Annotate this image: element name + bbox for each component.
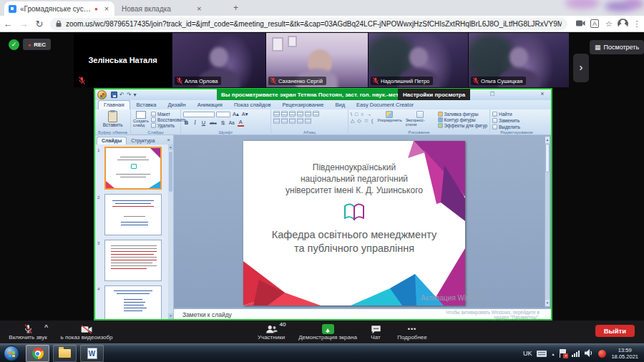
browser-avatar[interactable] — [618, 19, 628, 29]
keyboard-icon[interactable] — [537, 351, 547, 357]
quick-styles-button[interactable]: Экспресс-стили — [406, 111, 434, 128]
columns-icon[interactable] — [305, 118, 311, 124]
save-icon[interactable] — [111, 92, 117, 98]
italic-button[interactable]: I — [192, 119, 198, 126]
find-button[interactable]: Найти — [492, 111, 541, 117]
chat-button[interactable]: Чат — [364, 323, 388, 341]
view-options-button[interactable]: ▦ Посмотреть — [590, 40, 644, 54]
justify-icon[interactable] — [297, 118, 303, 124]
camera-permission-icon[interactable] — [573, 19, 587, 28]
action-center-flag-icon[interactable]: × — [559, 349, 567, 358]
panel-close-icon[interactable]: × — [167, 137, 170, 143]
scroll-down-icon[interactable]: ▼ — [168, 313, 173, 319]
align-left-icon[interactable] — [273, 118, 280, 124]
antivirus-tray-icon[interactable] — [598, 350, 606, 358]
ribbon-tab-home[interactable]: Главная — [98, 100, 130, 109]
audio-options-chevron-icon[interactable]: ^ — [44, 323, 48, 331]
shadow-button[interactable]: S — [220, 119, 226, 126]
browser-tab-meeting[interactable]: «Громадянське суспільство ● × — [4, 1, 114, 16]
bullets-icon[interactable] — [273, 111, 280, 117]
shape-effects-button[interactable]: Эффекты для фигур — [438, 122, 487, 128]
share-screen-button[interactable]: Демонстрация экрана — [295, 323, 361, 341]
start-video-button[interactable]: ь показ видеоизобр — [54, 323, 119, 341]
qat-caret-icon[interactable]: ▾ — [133, 92, 136, 98]
tab-close-icon[interactable]: × — [104, 4, 109, 13]
shrink-font-button[interactable]: A▾ — [241, 111, 249, 117]
speaker-icon[interactable] — [585, 347, 593, 360]
shape-outline-button[interactable]: Контур фигуры — [438, 117, 487, 122]
back-icon[interactable]: ← — [0, 19, 16, 29]
taskbar-chrome-button[interactable] — [26, 345, 49, 362]
undo-icon[interactable]: ↶ — [119, 92, 125, 98]
panel-tab-outline[interactable]: Структура — [127, 137, 159, 145]
slide-scrollbar[interactable]: ▲ ▼ — [545, 136, 550, 307]
align-center-icon[interactable] — [281, 118, 288, 124]
view-settings-button[interactable]: Настройки просмотра — [398, 89, 470, 100]
select-button[interactable]: Выделить — [492, 124, 541, 130]
ribbon-tab-insert[interactable]: Вставка — [132, 101, 162, 109]
browser-menu-icon[interactable]: ⋮ — [630, 19, 644, 29]
ribbon-tab-animation[interactable]: Анимация — [192, 101, 228, 109]
line-spacing-icon[interactable] — [305, 111, 311, 117]
new-tab-button[interactable]: + — [230, 3, 241, 14]
grow-font-button[interactable]: A▴ — [232, 111, 240, 117]
panel-scrollbar[interactable]: ▲ ▼ — [168, 145, 173, 319]
ribbon-tab-review[interactable]: Рецензирование — [278, 101, 329, 109]
font-color-button[interactable]: A — [238, 119, 244, 127]
participants-button[interactable]: 40 Участники — [252, 323, 291, 341]
increase-indent-icon[interactable] — [297, 111, 303, 117]
panel-tab-slides[interactable]: Слайды — [97, 137, 127, 145]
security-shield-icon[interactable]: ✓ — [9, 39, 19, 50]
language-indicator[interactable]: UK — [523, 350, 532, 357]
translate-icon[interactable]: A — [590, 19, 599, 28]
ribbon-tab-view[interactable]: Вид — [330, 101, 350, 109]
change-case-button[interactable]: Aa — [228, 120, 235, 125]
font-name-box[interactable] — [183, 112, 215, 117]
decrease-indent-icon[interactable] — [289, 111, 296, 117]
arrange-button[interactable]: Упорядочить — [377, 111, 402, 128]
next-videos-button[interactable]: › — [573, 54, 589, 82]
browser-tab-newtab[interactable]: Новая вкладка × — [117, 1, 223, 16]
scrollbar-thumb[interactable] — [169, 152, 172, 192]
notes-pane[interactable]: Заметки к слайду Чтобы активировать Wind… — [174, 308, 551, 319]
unmute-button[interactable]: Включить звук — [6, 323, 50, 341]
slide-thumbnail-3[interactable] — [104, 240, 162, 281]
slide-thumbnail-4[interactable] — [104, 285, 162, 319]
close-button[interactable]: × — [537, 90, 548, 99]
slide-thumbnail-2[interactable] — [104, 194, 162, 235]
reload-icon[interactable]: ↻ — [31, 19, 47, 29]
network-signal-icon[interactable] — [572, 350, 580, 357]
shapes-row[interactable]: △ ◇ ☆ ( — [351, 117, 374, 124]
taskbar-word-button[interactable]: W — [80, 345, 104, 362]
redo-icon[interactable]: ↷ — [127, 92, 132, 98]
scrollbar-thumb[interactable] — [545, 144, 550, 172]
text-direction-icon[interactable] — [313, 111, 319, 117]
replace-button[interactable]: Заменить — [492, 117, 541, 124]
paste-button[interactable]: Вставить — [97, 111, 128, 127]
scroll-up-icon[interactable]: ▲ — [168, 145, 173, 150]
numbering-icon[interactable] — [281, 111, 288, 117]
slide-canvas-area[interactable]: Південноукраїнський національний педагог… — [174, 135, 551, 308]
address-bar[interactable]: zoom.us/wc/98796517435/join?track_id=&jm… — [50, 18, 567, 30]
bookmark-star-icon[interactable]: ☆ — [602, 19, 616, 29]
restore-button[interactable]: □ — [487, 90, 498, 99]
scroll-down-icon[interactable]: ▼ — [545, 300, 550, 306]
font-size-box[interactable] — [216, 112, 230, 117]
taskbar-clock[interactable]: 13:59 18.05.2021 — [611, 347, 640, 361]
tray-expand-icon[interactable]: ▴ — [552, 351, 554, 356]
ribbon-tab-slideshow[interactable]: Показ слайдов — [229, 101, 276, 109]
ribbon-tab-edc[interactable]: Easy Document Creator — [351, 101, 419, 109]
slide-thumbnail-1[interactable] — [104, 147, 162, 190]
bold-button[interactable]: B — [183, 119, 190, 126]
start-button[interactable] — [4, 346, 19, 361]
align-right-icon[interactable] — [289, 118, 296, 124]
underline-button[interactable]: U — [200, 119, 207, 126]
current-slide[interactable]: Південноукраїнський національний педагог… — [243, 141, 465, 305]
office-button[interactable] — [97, 90, 107, 99]
taskbar-explorer-button[interactable] — [53, 345, 77, 362]
new-slide-button[interactable]: Создать слайд — [133, 111, 149, 128]
leave-button[interactable]: Выйти — [595, 325, 635, 337]
scroll-up-icon[interactable]: ▲ — [545, 137, 550, 143]
more-button[interactable]: ••• Подробнее — [392, 323, 432, 341]
tab-close-icon[interactable]: × — [197, 4, 201, 13]
